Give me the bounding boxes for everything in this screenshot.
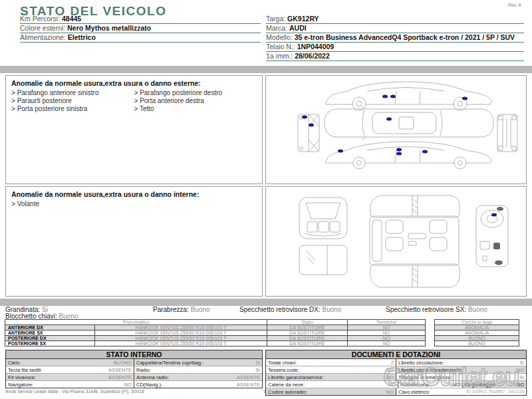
documenti-dotazioni-title: DOCUMENTI E DOTAZIONI: [266, 350, 526, 359]
revision-label: Rev. A: [508, 3, 521, 7]
exterior-anomalies-col2: Parafango posteriore destro Porta anteri…: [134, 89, 257, 113]
condition-summary: Grandinata: Si Parabrezza: Buono Specchi…: [5, 306, 527, 319]
vehicle-fields-left: Km Percorsi: 48445 Colore esterni: Nero …: [20, 15, 261, 43]
field-alimentazione: Alimentazione: Elettrico: [20, 33, 261, 43]
stato-interno-table: STATO INTERNO Cielo:BUONO Cappelliera/Te…: [5, 350, 263, 388]
table-row: Tessera code:NO Libretto uso e manutenzi…: [266, 366, 526, 374]
table-row: Totale chiavi:2 Libretto circolazione:Si: [266, 359, 526, 366]
exterior-anomalies-col1: Parafango anteriore sinistro Paraurti po…: [11, 89, 134, 113]
vehicle-fields-right: Targa: GK912RY Marca: AUDI Modello: 35 e…: [266, 15, 524, 61]
anomaly-item: Tetto: [134, 105, 257, 113]
table-row: Cielo:BUONO Cappelliera/Tendina copribag…: [6, 359, 262, 366]
field-specchietto-dx: Specchietto retrovisore DX: Buono: [239, 306, 341, 313]
damage-marker-group: [491, 213, 497, 217]
anomaly-item: Parafango anteriore sinistro: [11, 89, 134, 97]
field-prima-immatricolazione: 1a imm.: 28/06/2022: [266, 52, 524, 61]
vehicle-condition-report: STATO DEL VEICOLO Rev. A Km Percorsi: 48…: [0, 0, 532, 399]
table-row: Terza fila sedili:ASSENTE Radio:Si: [6, 366, 262, 374]
field-modello: Modello: 35 e-tron Business AdvancedQ4 S…: [266, 33, 524, 43]
tyre-table: Pneumatico Stato Termiche Cerchi in lega…: [5, 320, 519, 346]
exterior-anomalies-panel: Anomalie da normale usura,extra usura o …: [5, 75, 263, 184]
section-divider: [0, 66, 532, 73]
field-specchietto-sx: Specchietto retrovisore SX: Buono: [386, 306, 487, 313]
anomaly-item: Parafango posteriore destro: [134, 89, 257, 97]
interior-anomalies-panel: Anomalie da normale usura,extra usura o …: [5, 186, 263, 297]
exterior-anomalies-title: Anomalie da normale usura,extra usura o …: [6, 76, 262, 89]
footer-page-number: 1: [263, 389, 266, 394]
interior-diagram-panel: [265, 186, 527, 297]
interior-anomalies-title: Anomalie da normale usura,extra usura o …: [6, 187, 262, 200]
anomaly-item: Porta anteriore destra: [134, 97, 257, 105]
anomaly-item: Volante: [11, 200, 134, 208]
anomaly-item: Porta posteriore sinistra: [11, 105, 134, 113]
section-divider: [0, 299, 532, 306]
exterior-diagram-panel: [265, 75, 527, 184]
footer-document-id: ID 1c/9hO..Tlcu8fb7 , Gicz12h-z: [467, 389, 528, 394]
field-targa: Targa: GK912RY: [266, 15, 524, 24]
tyre-row-posteriore-sx: POSTERIORE SX HANKOOK VENTUS 255/50 R19 …: [5, 341, 519, 346]
footer-company: Arval Service Lease Italia - Via Pisana …: [5, 389, 144, 394]
field-km-percorsi: Km Percorsi: 48445: [20, 15, 261, 24]
exterior-damage-diagram: [266, 76, 526, 184]
interior-damage-diagram: [266, 187, 526, 296]
table-row: Libretto garanzia/service:NO Triangolo d…: [266, 374, 526, 381]
table-row: Navigatore:NO CD(Navig.):ASSENTE: [6, 381, 262, 388]
table-row: Catene da neve:NO Ruota scorta:NO Kit go…: [266, 381, 526, 388]
interior-anomalies-col1: Volante: [11, 200, 134, 208]
table-row: Kit vivavoce:ASSENTE Antenna radio:ASSEN…: [6, 374, 262, 381]
field-marca: Marca: AUDI: [266, 24, 524, 33]
field-telaio: Telaio N.: 1NP044009: [266, 43, 524, 52]
stato-interno-title: STATO INTERNO: [6, 350, 262, 359]
field-colore-esterni: Colore esterni: Nero Mythos metallizzato: [20, 24, 261, 33]
anomaly-item: Paraurti posteriore: [11, 97, 134, 105]
field-parabrezza: Parabrezza: Buono: [153, 306, 210, 313]
